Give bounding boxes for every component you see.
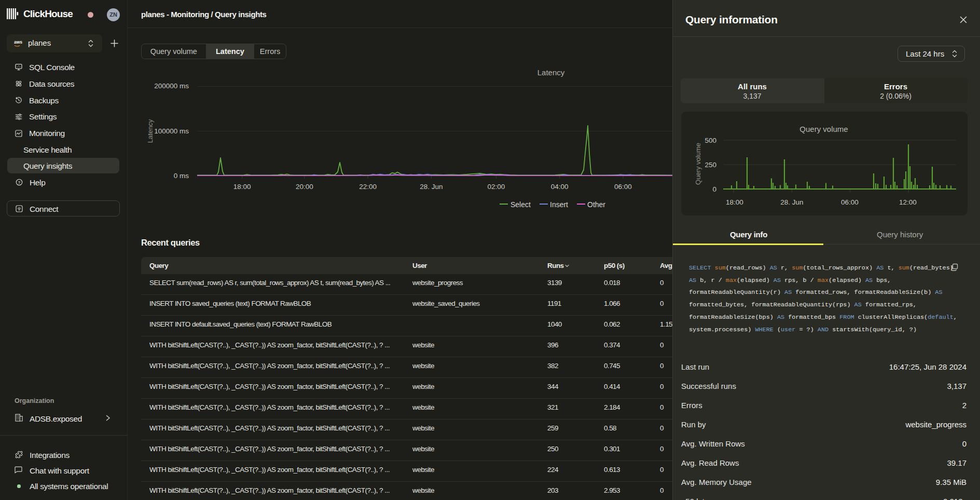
svg-text:?: ? bbox=[18, 180, 21, 185]
